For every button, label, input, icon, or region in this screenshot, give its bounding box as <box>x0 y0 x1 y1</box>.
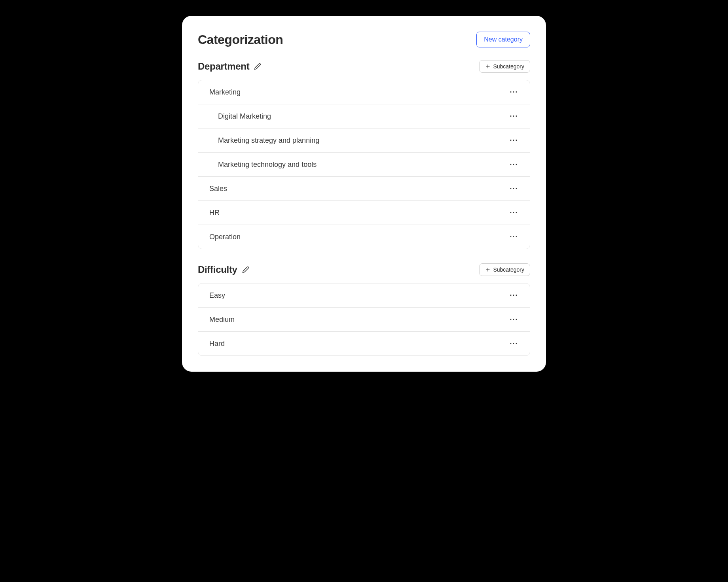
list-item[interactable]: Marketing technology and tools ··· <box>198 153 530 177</box>
section-title-difficulty: Difficulty <box>198 264 237 275</box>
pencil-icon[interactable] <box>254 63 261 70</box>
list-item-label: HR <box>209 209 220 217</box>
list-item[interactable]: Hard ··· <box>198 332 530 355</box>
more-icon[interactable]: ··· <box>509 339 519 348</box>
page-header: Categorization New category <box>198 32 530 47</box>
department-list: Marketing ··· Digital Marketing ··· Mark… <box>198 80 530 249</box>
more-icon[interactable]: ··· <box>509 136 519 145</box>
plus-icon <box>485 64 491 69</box>
new-category-button[interactable]: New category <box>476 32 530 47</box>
more-icon[interactable]: ··· <box>509 160 519 169</box>
add-subcategory-button[interactable]: Subcategory <box>479 263 530 276</box>
subcategory-button-label: Subcategory <box>493 266 524 273</box>
section-title-wrap: Department <box>198 61 261 72</box>
add-subcategory-button[interactable]: Subcategory <box>479 60 530 73</box>
list-item-label: Sales <box>209 185 227 193</box>
list-item[interactable]: Marketing strategy and planning ··· <box>198 128 530 153</box>
list-item[interactable]: Operation ··· <box>198 225 530 249</box>
more-icon[interactable]: ··· <box>509 184 519 193</box>
subcategory-button-label: Subcategory <box>493 63 524 70</box>
more-icon[interactable]: ··· <box>509 111 519 121</box>
page-title: Categorization <box>198 32 283 47</box>
list-item[interactable]: Medium ··· <box>198 308 530 332</box>
list-item-label: Medium <box>209 316 235 324</box>
list-item-label: Digital Marketing <box>218 112 271 121</box>
more-icon[interactable]: ··· <box>509 208 519 217</box>
categorization-card: Categorization New category Department S… <box>182 16 546 372</box>
section-title-department: Department <box>198 61 249 72</box>
list-item[interactable]: HR ··· <box>198 201 530 225</box>
list-item[interactable]: Sales ··· <box>198 177 530 201</box>
list-item[interactable]: Digital Marketing ··· <box>198 104 530 128</box>
list-item-label: Marketing <box>209 88 241 96</box>
list-item-label: Easy <box>209 291 225 300</box>
new-category-label: New category <box>484 36 523 43</box>
list-item[interactable]: Marketing ··· <box>198 80 530 104</box>
more-icon[interactable]: ··· <box>509 87 519 97</box>
more-icon[interactable]: ··· <box>509 291 519 300</box>
section-header-department: Department Subcategory <box>198 60 530 73</box>
more-icon[interactable]: ··· <box>509 315 519 324</box>
list-item[interactable]: Easy ··· <box>198 283 530 308</box>
section-title-wrap: Difficulty <box>198 264 249 275</box>
list-item-label: Marketing strategy and planning <box>218 136 319 145</box>
plus-icon <box>485 267 491 272</box>
difficulty-list: Easy ··· Medium ··· Hard ··· <box>198 283 530 356</box>
more-icon[interactable]: ··· <box>509 232 519 242</box>
section-header-difficulty: Difficulty Subcategory <box>198 263 530 276</box>
list-item-label: Hard <box>209 340 225 348</box>
pencil-icon[interactable] <box>242 266 249 273</box>
list-item-label: Operation <box>209 233 241 241</box>
list-item-label: Marketing technology and tools <box>218 161 317 169</box>
